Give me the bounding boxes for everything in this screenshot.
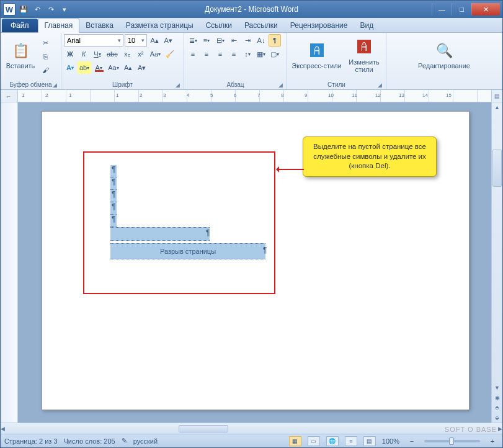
page-break-label: Разрыв страницы (160, 248, 216, 255)
copy-button[interactable]: ⎘ (39, 50, 51, 63)
format-painter-button[interactable]: 🖌 (39, 64, 51, 76)
tab-references[interactable]: Ссылки (200, 19, 238, 32)
zoom-level[interactable]: 100% (382, 437, 399, 445)
zoom-out-button[interactable]: − (406, 435, 418, 447)
tab-view[interactable]: Вид (354, 19, 380, 32)
zoom-in-button[interactable]: + (486, 435, 499, 447)
zoom-slider[interactable] (424, 440, 480, 442)
paragraph-launcher[interactable]: ◢ (278, 82, 283, 88)
decrease-indent-button[interactable]: ⇤ (228, 34, 240, 47)
qat-undo-button[interactable]: ↶ (32, 4, 43, 15)
minimize-button[interactable]: — (432, 3, 452, 16)
selected-empty-line (110, 227, 210, 241)
bullets-button[interactable]: ≣ (187, 34, 199, 47)
clear-formatting-button[interactable]: 🧹 (164, 48, 176, 60)
tab-mailings[interactable]: Рассылки (238, 19, 284, 32)
font-color-button[interactable]: A (92, 61, 105, 74)
font-name-combo[interactable]: Arial (64, 34, 123, 47)
quick-styles-button[interactable]: 🅰 Экспресс-стили (290, 34, 344, 76)
shading-button[interactable]: ▦ (255, 48, 267, 60)
grow-font-button[interactable]: A▴ (148, 34, 161, 47)
proofing-icon[interactable]: ✎ (122, 437, 127, 445)
paste-label: Вставить (6, 62, 35, 69)
borders-button[interactable]: ▢ (269, 48, 281, 60)
multilevel-button[interactable]: ⊟ (214, 34, 226, 47)
superscript-button[interactable]: x² (135, 48, 147, 60)
increase-indent-button[interactable]: ⇥ (241, 34, 254, 47)
next-page-button[interactable]: ⬙ (492, 413, 502, 423)
change-styles-button[interactable]: 🅰 Изменить стили (345, 34, 383, 76)
cut-button[interactable]: ✂ (39, 37, 51, 49)
tab-selector[interactable]: ⌐ (1, 90, 18, 102)
align-center-button[interactable]: ≡ (200, 48, 213, 60)
find-icon: 🔍 (434, 41, 454, 61)
italic-button[interactable]: К (78, 48, 90, 60)
watermark: SOFT O BASE (445, 426, 497, 433)
subscript-button[interactable]: x₂ (121, 48, 133, 60)
vertical-scrollbar[interactable]: ▲ ▼ ◉ ⬘ ⬙ (491, 102, 502, 423)
strike-button[interactable]: abc (105, 48, 120, 60)
scroll-right-button[interactable]: ▶ (498, 424, 502, 434)
justify-button[interactable]: ≡ (228, 48, 240, 60)
hscroll-thumb[interactable] (179, 425, 228, 432)
align-right-button[interactable]: ≡ (214, 48, 226, 60)
scroll-thumb[interactable] (492, 150, 502, 187)
document-viewport[interactable]: ¶ ¶ ¶ ¶ ¶ ¶ Разрыв страницы ¶ Выделите н… (18, 102, 491, 423)
page[interactable]: ¶ ¶ ¶ ¶ ¶ ¶ Разрыв страницы ¶ Выделите н… (42, 111, 470, 410)
align-left-button[interactable]: ≡ (187, 48, 199, 60)
status-language[interactable]: русский (133, 437, 158, 445)
sort-button[interactable]: A↓ (255, 34, 267, 47)
draft-view-button[interactable]: ▤ (363, 436, 376, 446)
group-clipboard-label: Буфер обмена◢ (3, 81, 58, 89)
maximize-button[interactable]: □ (452, 3, 471, 16)
underline-button[interactable]: Ч (91, 48, 104, 60)
status-page[interactable]: Страница: 2 из 3 (4, 437, 58, 445)
scroll-left-button[interactable]: ◀ (1, 424, 5, 434)
print-layout-view-button[interactable]: ▦ (289, 436, 301, 446)
tab-review[interactable]: Рецензирование (284, 19, 354, 32)
styles-launcher[interactable]: ◢ (378, 82, 382, 88)
text-effects-button[interactable]: A (64, 61, 76, 74)
tab-page-layout[interactable]: Разметка страницы (120, 19, 200, 32)
window-controls: — □ ✕ (432, 3, 502, 16)
full-screen-view-button[interactable]: ▭ (308, 436, 320, 446)
shrink-font-button[interactable]: A▾ (162, 34, 174, 47)
editing-button[interactable]: 🔍 Редактирование (389, 34, 499, 76)
tab-insert[interactable]: Вставка (79, 19, 120, 32)
bold-button[interactable]: Ж (64, 48, 76, 60)
prev-page-button[interactable]: ⬘ (492, 403, 502, 413)
qat-redo-button[interactable]: ↷ (45, 4, 56, 15)
numbering-button[interactable]: ≡ (200, 34, 213, 47)
vertical-ruler[interactable] (1, 102, 18, 423)
qat-save-button[interactable]: 💾 (18, 4, 29, 15)
tab-home[interactable]: Главная (38, 18, 80, 33)
clipboard-launcher[interactable]: ◢ (53, 82, 57, 88)
outline-view-button[interactable]: ≡ (345, 436, 357, 446)
browse-object-button[interactable]: ◉ (492, 393, 502, 403)
char-scale-button[interactable]: Aa (106, 61, 120, 74)
scroll-down-button[interactable]: ▼ (492, 383, 502, 393)
status-bar: Страница: 2 из 3 Число слов: 205 ✎ русск… (1, 434, 502, 447)
font-size-combo[interactable]: 10 (125, 34, 147, 47)
font-launcher[interactable]: ◢ (176, 82, 180, 88)
ribbon: 📋 Вставить ✂ ⎘ 🖌 Буфер обмена◢ Arial 10 … (1, 33, 502, 90)
ruler-toggle[interactable]: ▤ (491, 90, 502, 102)
highlight-button[interactable]: ab (78, 61, 91, 74)
web-layout-view-button[interactable]: 🌐 (326, 436, 339, 446)
scroll-up-button[interactable]: ▲ (492, 102, 502, 112)
status-words[interactable]: Число слов: 205 (64, 437, 115, 445)
line-spacing-button[interactable]: ↕ (241, 48, 254, 60)
horizontal-ruler[interactable]: 1 2 1 1 2 3 4 5 6 7 8 9 10 11 12 13 14 1… (18, 90, 491, 102)
zoom-handle[interactable] (449, 437, 454, 445)
tab-file[interactable]: Файл (2, 19, 38, 32)
close-button[interactable]: ✕ (471, 3, 500, 16)
show-marks-button[interactable]: ¶ (269, 34, 281, 47)
horizontal-scrollbar[interactable]: ◀ ▶ (1, 423, 502, 434)
grow-font2-button[interactable]: A▴ (122, 61, 135, 74)
shrink-font2-button[interactable]: A▾ (136, 61, 148, 74)
change-case-button[interactable]: Aa (148, 48, 162, 60)
qat-customize-button[interactable]: ▾ (59, 4, 70, 15)
pilcrow-icon: ¶ (263, 246, 267, 254)
paste-button[interactable]: 📋 Вставить (3, 34, 38, 76)
document-area: ¶ ¶ ¶ ¶ ¶ ¶ Разрыв страницы ¶ Выделите н… (1, 102, 502, 423)
